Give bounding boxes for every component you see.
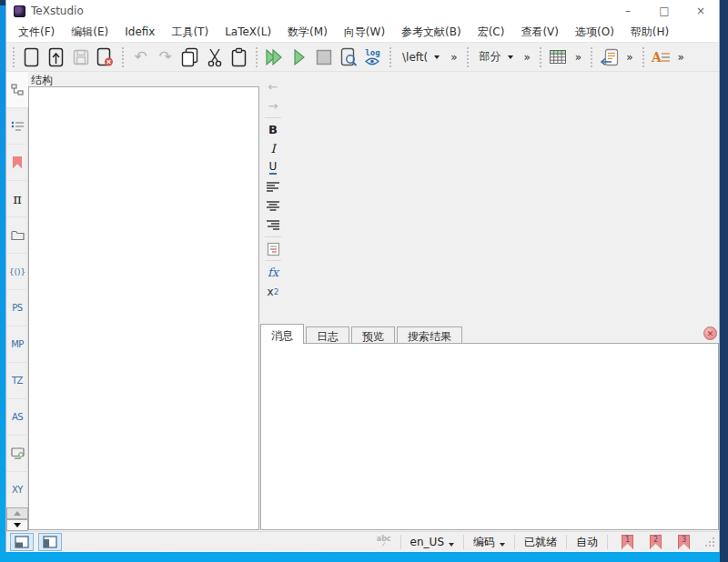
bracket-overflow-button[interactable]: » xyxy=(446,49,461,65)
menu-wizard[interactable]: 向导(W) xyxy=(336,23,393,42)
tab-preview[interactable]: 预览 xyxy=(351,326,395,344)
bookmark-3-button[interactable]: 3 xyxy=(678,535,690,549)
include-overflow-button[interactable]: » xyxy=(622,49,637,65)
spellcheck-button[interactable]: abc ✓ xyxy=(373,536,395,548)
section-combo[interactable]: 部分 xyxy=(473,46,520,67)
texstudio-window: TeXstudio – □ × 文件(F) 编辑(E) Idefix 工具(T)… xyxy=(5,0,720,552)
paste-button[interactable] xyxy=(227,45,251,69)
maximize-button[interactable]: □ xyxy=(646,0,682,22)
verbatim-environment-button[interactable] xyxy=(262,239,284,258)
statusbar: abc ✓ en_US 编码 已就绪 自动 1 xyxy=(6,531,719,552)
sidebar-item-favorites[interactable] xyxy=(6,217,28,254)
align-center-button[interactable] xyxy=(262,196,284,216)
sidebar-item-brackets[interactable]: {()} xyxy=(6,254,28,290)
resize-grip[interactable] xyxy=(705,537,715,547)
align-left-button[interactable] xyxy=(262,177,284,196)
sidebar-item-math-symbols[interactable]: π xyxy=(6,181,28,217)
menu-idefix[interactable]: Idefix xyxy=(116,24,163,40)
compile-button[interactable] xyxy=(287,45,311,69)
underline-button[interactable]: U xyxy=(262,158,284,177)
bold-button[interactable]: B xyxy=(262,120,284,139)
sidebar-item-structure[interactable] xyxy=(6,72,28,108)
bottom-panel-close-button[interactable]: ✕ xyxy=(703,326,717,340)
table-overflow-button[interactable]: » xyxy=(571,49,586,65)
close-document-button[interactable] xyxy=(93,45,117,69)
menu-tools[interactable]: 工具(T) xyxy=(163,23,217,42)
format-text-button[interactable]: A xyxy=(649,45,673,69)
chevron-down-icon xyxy=(500,543,505,547)
toggle-bottom-panel-button[interactable] xyxy=(10,533,34,551)
left-panel-icon xyxy=(43,536,57,548)
line-ending-selector[interactable]: 自动 xyxy=(572,535,602,550)
subscript-button[interactable]: x2 xyxy=(262,282,284,301)
bookmark-2-button[interactable]: 2 xyxy=(650,535,662,549)
bottom-panel-icon xyxy=(15,536,29,548)
include-document-button[interactable] xyxy=(597,45,622,69)
sidebar-item-xy[interactable]: XY xyxy=(6,472,28,508)
sidebar-item-preview[interactable] xyxy=(6,436,28,472)
tab-log[interactable]: 日志 xyxy=(306,326,349,344)
italic-button[interactable]: I xyxy=(262,139,284,158)
bookmark-icon xyxy=(13,156,22,169)
left-bracket-combo[interactable]: \left( xyxy=(396,48,446,66)
tab-search-results[interactable]: 搜索结果 xyxy=(397,326,462,344)
view-log-button[interactable]: log xyxy=(360,45,385,69)
close-button[interactable]: × xyxy=(682,0,719,22)
menu-bibliography[interactable]: 参考文献(B) xyxy=(393,23,470,42)
redo-button[interactable]: ↷ xyxy=(153,45,177,69)
sidebar-scroll-down-button[interactable] xyxy=(6,519,28,531)
copy-button[interactable] xyxy=(177,45,202,69)
left-bracket-combo-value: \left( xyxy=(402,51,428,64)
go-forward-button[interactable]: → xyxy=(262,96,284,115)
go-back-button[interactable]: ← xyxy=(262,77,284,96)
menu-edit[interactable]: 编辑(E) xyxy=(63,23,116,42)
save-button[interactable] xyxy=(68,45,93,69)
view-pdf-button[interactable] xyxy=(336,45,360,69)
tab-messages[interactable]: 消息 xyxy=(260,324,304,344)
table-wizard-button[interactable] xyxy=(546,45,571,69)
encoding-label: 编码 xyxy=(473,535,495,550)
window-controls: – □ × xyxy=(610,0,719,22)
sidebar-scroll-up-button[interactable] xyxy=(6,507,28,519)
main-area: π {()} PS MP TZ AS XY xyxy=(6,72,719,531)
sidebar-item-asymptote[interactable]: AS xyxy=(6,399,28,436)
structure-tree-panel[interactable] xyxy=(28,86,259,530)
menu-file[interactable]: 文件(F) xyxy=(10,23,63,42)
language-selector[interactable]: en_US xyxy=(407,536,458,548)
new-document-button[interactable] xyxy=(19,45,44,69)
cut-button[interactable] xyxy=(202,45,227,69)
texstudio-app-icon xyxy=(14,5,25,17)
sidebar-item-symbols-used[interactable] xyxy=(6,108,28,145)
math-function-button[interactable]: fx xyxy=(262,263,284,282)
minimize-button[interactable]: – xyxy=(610,0,646,22)
format-overflow-button[interactable]: » xyxy=(673,49,689,65)
toggle-left-panel-button[interactable] xyxy=(38,533,62,551)
stop-button[interactable] xyxy=(311,45,336,69)
brackets-icon: {()} xyxy=(9,267,25,276)
bottom-panel-tabbar: 消息 日志 预览 搜索结果 xyxy=(260,324,464,344)
menu-macros[interactable]: 宏(C) xyxy=(470,23,513,42)
align-right-button[interactable] xyxy=(262,216,284,235)
menu-latex[interactable]: LaTeX(L) xyxy=(217,24,279,40)
menu-options[interactable]: 选项(O) xyxy=(567,23,622,42)
menu-view[interactable]: 查看(V) xyxy=(512,23,567,42)
sidebar-item-pstricks[interactable]: PS xyxy=(6,290,28,326)
menu-math[interactable]: 数学(M) xyxy=(279,23,336,42)
toolbar-separator xyxy=(256,47,258,67)
encoding-selector[interactable]: 编码 xyxy=(470,535,509,550)
toolbar-separator xyxy=(122,47,124,67)
open-document-button[interactable] xyxy=(44,45,68,69)
messages-output-panel[interactable] xyxy=(260,343,719,530)
toolbar-separator xyxy=(389,47,391,67)
ready-status: 已就绪 xyxy=(521,535,561,550)
list-icon xyxy=(11,120,25,132)
undo-button[interactable]: ↶ xyxy=(128,45,153,69)
build-and-view-button[interactable] xyxy=(262,45,287,69)
bookmark-1-button[interactable]: 1 xyxy=(622,535,633,549)
menu-help[interactable]: 帮助(H) xyxy=(622,23,677,42)
desktop-background-right xyxy=(720,0,728,562)
section-overflow-button[interactable]: » xyxy=(520,49,535,65)
sidebar-item-metapost[interactable]: MP xyxy=(6,326,28,363)
sidebar-item-tikz[interactable]: TZ xyxy=(6,363,28,399)
sidebar-item-bookmarks[interactable] xyxy=(6,145,28,181)
